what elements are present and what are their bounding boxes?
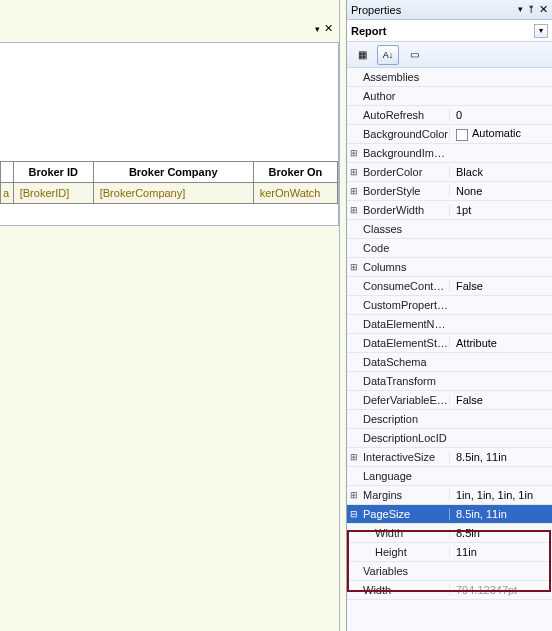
- property-row[interactable]: ConsumeContainerWhitespaceFalse: [347, 277, 552, 296]
- object-selector-text: Report: [351, 25, 534, 37]
- property-value[interactable]: 794.12347pt: [449, 584, 552, 596]
- table-header[interactable]: Broker ID: [13, 162, 93, 183]
- sort-az-icon: A↓: [383, 50, 394, 60]
- categorized-button[interactable]: ▦: [351, 45, 373, 65]
- property-name: Variables: [361, 565, 449, 577]
- property-row[interactable]: Assemblies: [347, 68, 552, 87]
- property-name: Description: [361, 413, 449, 425]
- property-row[interactable]: AutoRefresh0: [347, 106, 552, 125]
- property-row[interactable]: ⊞BorderStyleNone: [347, 182, 552, 201]
- property-row[interactable]: Description: [347, 410, 552, 429]
- expand-icon[interactable]: ⊞: [347, 452, 361, 462]
- properties-title: Properties: [351, 4, 518, 16]
- property-value[interactable]: False: [449, 394, 552, 406]
- close-icon[interactable]: ✕: [324, 23, 333, 34]
- property-value[interactable]: None: [449, 185, 552, 197]
- property-name: Height: [375, 546, 449, 558]
- property-row[interactable]: DataSchema: [347, 353, 552, 372]
- property-pages-icon: ▭: [410, 49, 419, 60]
- expand-icon[interactable]: ⊞: [347, 205, 361, 215]
- property-row[interactable]: CustomProperties: [347, 296, 552, 315]
- alphabetical-button[interactable]: A↓: [377, 45, 399, 65]
- property-row[interactable]: ⊞Columns: [347, 258, 552, 277]
- property-name: BackgroundColor: [361, 128, 449, 140]
- property-name: Language: [361, 470, 449, 482]
- property-value[interactable]: 8.5in: [449, 527, 552, 539]
- property-value-text: None: [456, 185, 482, 197]
- property-row[interactable]: Author: [347, 87, 552, 106]
- property-value-text: 1pt: [456, 204, 471, 216]
- designer-dropdown-icon[interactable]: ▾: [315, 24, 320, 34]
- property-value-text: Black: [456, 166, 483, 178]
- property-row[interactable]: DataElementName: [347, 315, 552, 334]
- close-icon[interactable]: ✕: [539, 4, 548, 15]
- property-row[interactable]: Variables: [347, 562, 552, 581]
- property-row[interactable]: ⊞BorderColorBlack: [347, 163, 552, 182]
- expand-icon[interactable]: ⊞: [347, 167, 361, 177]
- table-cell[interactable]: kerOnWatch: [253, 183, 337, 204]
- property-value-text: 8.5in: [456, 527, 480, 539]
- property-row[interactable]: DataElementStyleAttribute: [347, 334, 552, 353]
- property-name: ConsumeContainerWhitespace: [361, 280, 449, 292]
- pin-icon[interactable]: ⤒: [527, 4, 535, 15]
- property-row[interactable]: Height11in: [347, 543, 552, 562]
- property-name: DescriptionLocID: [361, 432, 449, 444]
- property-value[interactable]: Black: [449, 166, 552, 178]
- expand-icon[interactable]: ⊞: [347, 148, 361, 158]
- table-row[interactable]: a [BrokerID] [BrokerCompany] kerOnWatch: [1, 183, 338, 204]
- color-swatch: [456, 129, 468, 141]
- property-pages-button[interactable]: ▭: [403, 45, 425, 65]
- table-header-leading: [1, 162, 14, 183]
- table-header[interactable]: Broker On: [253, 162, 337, 183]
- expand-icon[interactable]: ⊞: [347, 262, 361, 272]
- property-row[interactable]: Classes: [347, 220, 552, 239]
- property-row[interactable]: Width794.12347pt: [347, 581, 552, 600]
- property-row[interactable]: ⊞BorderWidth1pt: [347, 201, 552, 220]
- property-value-text: 8.5in, 11in: [456, 508, 507, 520]
- chevron-down-icon[interactable]: ▾: [534, 24, 548, 38]
- property-name: Columns: [361, 261, 449, 273]
- property-name: Classes: [361, 223, 449, 235]
- collapse-icon[interactable]: ⊟: [347, 509, 361, 519]
- property-row[interactable]: ⊞InteractiveSize8.5in, 11in: [347, 448, 552, 467]
- property-row[interactable]: DescriptionLocID: [347, 429, 552, 448]
- property-value[interactable]: 8.5in, 11in: [449, 508, 552, 520]
- property-row[interactable]: DataTransform: [347, 372, 552, 391]
- property-name: Author: [361, 90, 449, 102]
- property-row-selected[interactable]: ⊟PageSize8.5in, 11in: [347, 505, 552, 524]
- property-row[interactable]: BackgroundColorAutomatic: [347, 125, 552, 144]
- property-name: DataTransform: [361, 375, 449, 387]
- property-value[interactable]: Attribute: [449, 337, 552, 349]
- property-name: DataElementStyle: [361, 337, 449, 349]
- property-value[interactable]: 8.5in, 11in: [449, 451, 552, 463]
- property-row[interactable]: ⊞Margins1in, 1in, 1in, 1in: [347, 486, 552, 505]
- report-designer: ▾ ✕ Broker ID Broker Company Broker On a…: [0, 0, 340, 631]
- property-value[interactable]: 1in, 1in, 1in, 1in: [449, 489, 552, 501]
- property-name: Code: [361, 242, 449, 254]
- table-header[interactable]: Broker Company: [93, 162, 253, 183]
- table-cell[interactable]: a: [1, 183, 14, 204]
- property-name: DeferVariableEvaluation: [361, 394, 449, 406]
- property-row[interactable]: ⊞BackgroundImage: [347, 144, 552, 163]
- property-row[interactable]: Language: [347, 467, 552, 486]
- panel-menu-icon[interactable]: ▾: [518, 4, 523, 15]
- table-cell[interactable]: [BrokerID]: [13, 183, 93, 204]
- property-value[interactable]: False: [449, 280, 552, 292]
- property-value[interactable]: 1pt: [449, 204, 552, 216]
- property-value[interactable]: Automatic: [449, 127, 552, 140]
- property-value[interactable]: 11in: [449, 546, 552, 558]
- property-value-text: False: [456, 280, 483, 292]
- table-cell[interactable]: [BrokerCompany]: [93, 183, 253, 204]
- report-table[interactable]: Broker ID Broker Company Broker On a [Br…: [0, 161, 338, 204]
- object-selector[interactable]: Report ▾: [347, 20, 552, 42]
- property-row[interactable]: Code: [347, 239, 552, 258]
- expand-icon[interactable]: ⊞: [347, 490, 361, 500]
- report-canvas[interactable]: Broker ID Broker Company Broker On a [Br…: [0, 42, 339, 226]
- property-value-text: Attribute: [456, 337, 497, 349]
- property-value-text: Automatic: [472, 127, 521, 139]
- expand-icon[interactable]: ⊞: [347, 186, 361, 196]
- property-row[interactable]: Width8.5in: [347, 524, 552, 543]
- property-name: CustomProperties: [361, 299, 449, 311]
- property-row[interactable]: DeferVariableEvaluationFalse: [347, 391, 552, 410]
- property-value[interactable]: 0: [449, 109, 552, 121]
